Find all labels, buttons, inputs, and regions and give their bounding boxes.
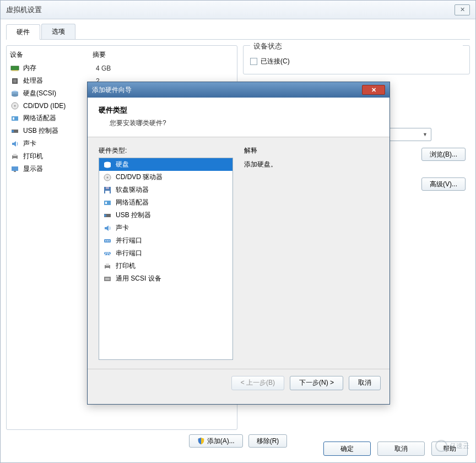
parallel-icon: [102, 236, 112, 245]
device-name: 声卡: [23, 139, 93, 148]
connected-checkbox-row[interactable]: 已连接(C): [250, 57, 463, 66]
advanced-button[interactable]: 高级(V)...: [421, 177, 466, 191]
wizard-cancel-button[interactable]: 取消: [349, 376, 381, 390]
hardware-item-label: 通用 SCSI 设备: [116, 274, 161, 283]
svg-rect-26: [104, 201, 111, 205]
cpu-icon: [10, 77, 20, 85]
svg-rect-9: [12, 116, 18, 121]
hardware-type-column: 硬件类型: 硬盘CD/DVD 驱动器软盘驱动器网络适配器USB 控制器声卡并行端…: [99, 146, 233, 360]
nic-icon: [102, 198, 112, 207]
window-close-button[interactable]: ✕: [455, 4, 470, 15]
svg-point-6: [12, 94, 18, 96]
usb-icon: [10, 127, 20, 136]
device-header: 设备 摘要: [9, 48, 235, 62]
hardware-item-label: USB 控制器: [116, 211, 151, 220]
hardware-item[interactable]: 声卡: [99, 222, 232, 234]
explanation-column: 解释 添加硬盘。: [244, 146, 378, 360]
floppy-icon: [102, 186, 112, 195]
device-name: 网络适配器: [23, 114, 93, 123]
scsi-icon: [102, 274, 112, 283]
device-row[interactable]: 内存4 GB: [9, 62, 235, 74]
tab-hardware[interactable]: 硬件: [6, 24, 40, 40]
device-status-legend: 设备状态: [250, 41, 463, 51]
device-summary: 4 GB: [96, 64, 111, 72]
svg-rect-10: [13, 117, 14, 120]
svg-rect-29: [104, 214, 106, 217]
hardware-item-label: 并行端口: [116, 236, 142, 245]
hardware-item[interactable]: 网络适配器: [99, 196, 232, 209]
hardware-item-label: 串行端口: [116, 249, 142, 258]
wizard-subheading: 您要安装哪类硬件?: [110, 119, 378, 128]
device-name: USB 控制器: [23, 126, 93, 136]
watermark-text: 亿速云: [450, 442, 469, 451]
device-name: 显示器: [23, 164, 93, 174]
sound-icon: [10, 139, 20, 148]
svg-point-20: [104, 165, 111, 168]
col-device: 设备: [10, 50, 93, 60]
hardware-item[interactable]: 打印机: [99, 260, 232, 272]
svg-rect-27: [105, 202, 107, 204]
usb-icon: [102, 211, 112, 220]
hardware-item-label: 打印机: [116, 261, 136, 271]
hardware-item-label: CD/DVD 驱动器: [116, 173, 163, 182]
wizard-close-button[interactable]: ✕: [362, 85, 385, 95]
svg-rect-40: [105, 278, 110, 280]
svg-rect-1: [12, 70, 18, 71]
hardware-item-label: 网络适配器: [116, 198, 149, 207]
ok-button[interactable]: 确定: [323, 442, 371, 456]
add-hardware-button[interactable]: 添加(A)...: [189, 434, 243, 448]
device-name: CD/DVD (IDE): [23, 102, 93, 110]
tab-area: 硬件 选项: [1, 19, 475, 40]
hardware-item-label: 硬盘: [116, 160, 129, 169]
hardware-item[interactable]: 通用 SCSI 设备: [99, 272, 232, 285]
device-status-group: 设备状态 已连接(C): [243, 45, 470, 74]
svg-point-8: [14, 105, 16, 107]
wizard-heading: 硬件类型: [99, 105, 378, 115]
cd-icon: [102, 173, 112, 182]
remove-hardware-button[interactable]: 移除(R): [248, 434, 288, 448]
display-icon: [10, 165, 20, 174]
disk-icon: [10, 89, 20, 98]
tab-options[interactable]: 选项: [41, 24, 75, 39]
svg-rect-24: [106, 187, 109, 189]
svg-rect-12: [12, 130, 14, 132]
wizard-footer: < 上一步(B) 下一步(N) > 取消: [88, 369, 390, 396]
hardware-item-label: 声卡: [116, 223, 129, 233]
device-name: 内存: [23, 63, 93, 73]
hardware-item[interactable]: 0|0串行端口: [99, 247, 232, 260]
hardware-item-label: 软盘驱动器: [116, 185, 149, 195]
wizard-body: 硬件类型: 硬盘CD/DVD 驱动器软盘驱动器网络适配器USB 控制器声卡并行端…: [88, 137, 390, 369]
svg-point-33: [109, 240, 110, 241]
hardware-type-label: 硬件类型:: [99, 146, 233, 155]
svg-rect-38: [106, 268, 109, 270]
svg-text:0|0: 0|0: [103, 249, 112, 256]
svg-rect-0: [11, 66, 19, 70]
hardware-item[interactable]: 硬盘: [99, 158, 232, 171]
wizard-title: 添加硬件向导: [92, 85, 362, 95]
nic-icon: [10, 114, 20, 123]
device-name: 硬盘(SCSI): [23, 89, 93, 98]
explanation-label: 解释: [244, 146, 378, 155]
svg-rect-15: [13, 158, 17, 160]
window-title: 虚拟机设置: [6, 5, 455, 15]
next-button[interactable]: 下一步(N) >: [290, 376, 343, 390]
watermark: 亿速云: [435, 440, 469, 452]
svg-rect-14: [13, 154, 17, 156]
hardware-item[interactable]: CD/DVD 驱动器: [99, 171, 232, 184]
hardware-type-list[interactable]: 硬盘CD/DVD 驱动器软盘驱动器网络适配器USB 控制器声卡并行端口0|0串行…: [99, 158, 233, 360]
chevron-down-icon: ▼: [423, 132, 428, 137]
hardware-item[interactable]: 并行端口: [99, 234, 232, 247]
cd-icon: [10, 101, 20, 110]
svg-rect-16: [12, 166, 18, 171]
tabstrip: 硬件 选项: [6, 24, 470, 40]
device-name: 处理器: [23, 76, 93, 85]
serial-icon: 0|0: [102, 249, 112, 258]
device-name: 打印机: [23, 152, 93, 161]
svg-point-22: [107, 176, 109, 178]
add-hardware-wizard: 添加硬件向导 ✕ 硬件类型 您要安装哪类硬件? 硬件类型: 硬盘CD/DVD 驱…: [87, 82, 390, 405]
hardware-item[interactable]: USB 控制器: [99, 209, 232, 222]
back-button: < 上一步(B): [231, 376, 284, 390]
cancel-button[interactable]: 取消: [377, 442, 425, 456]
hardware-item[interactable]: 软盘驱动器: [99, 184, 232, 196]
browse-button[interactable]: 浏览(B)...: [421, 148, 466, 161]
